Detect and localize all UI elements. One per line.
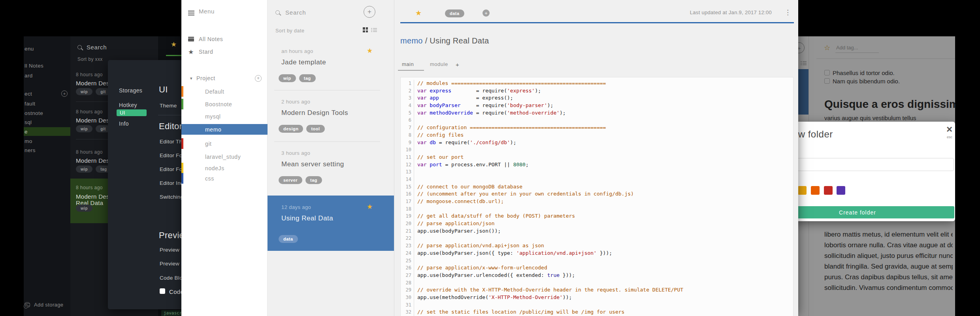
folder-color-swatch[interactable] [824, 186, 833, 195]
code-text: // (uncomment after you enter in your ow… [414, 190, 634, 198]
tab-main[interactable]: main [402, 61, 414, 67]
sidebar-item-starred[interactable]: ★ Stard [181, 46, 268, 57]
line-number: 6 [401, 117, 414, 124]
note-list-item[interactable]: 12 days ago★Using Real Datadata [268, 196, 394, 251]
note-tag-pill[interactable]: data [445, 9, 464, 17]
sidebar-folder-laravel_study[interactable]: laravel_study [181, 151, 268, 162]
sidebar-folder-nodejs[interactable]: nodeJs [181, 163, 268, 173]
tab-module[interactable]: module [430, 61, 448, 67]
star-icon[interactable]: ★ [367, 47, 373, 55]
tag-pill[interactable]: design [279, 125, 303, 133]
sidebar-folder-boostnote[interactable]: Boostnote [181, 99, 268, 109]
breadcrumb-folder[interactable]: memo [400, 36, 423, 45]
sort-dropdown[interactable]: Sort by date [275, 28, 304, 34]
search-icon [275, 10, 280, 15]
menu-button[interactable]: Menu [181, 6, 268, 17]
add-storage-button[interactable]: Add storage [24, 302, 64, 308]
code-text: // get all data/stuff of the body (POST)… [414, 213, 575, 220]
all-notes-label: All Notes [199, 36, 223, 42]
more-options-icon[interactable]: ⋮ [784, 8, 791, 17]
sidebar-folder-git[interactable]: git [181, 138, 268, 149]
hamburger-icon [188, 11, 194, 11]
settings-nav-info[interactable]: Info [119, 120, 129, 127]
code-token: db [430, 139, 436, 145]
dark-sidebar-item[interactable]: mo [24, 137, 32, 145]
checkbox[interactable] [160, 288, 165, 294]
settings-nav-hotkey[interactable]: Hotkey [119, 102, 137, 108]
dark-sidebar-item[interactable]: ard [24, 71, 33, 80]
line-number: 3 [401, 94, 414, 102]
tag-pill[interactable]: data [279, 235, 298, 243]
folder-color-swatch[interactable] [811, 186, 820, 195]
sidebar-folder-memo[interactable]: memo [181, 124, 268, 135]
settings-nav-ui[interactable]: UI [117, 109, 147, 116]
code-token: )); [563, 294, 572, 300]
app-sidebar: Menu All Notes ★ Stard ▾ Project + Defau… [181, 0, 268, 316]
dark-sidebar-item[interactable]: ll Notes [24, 61, 43, 70]
add-folder-button[interactable]: + [255, 75, 262, 82]
tag-pill[interactable]: server [279, 176, 302, 184]
line-number: 23 [401, 242, 414, 250]
dark-sidebar-item[interactable]: fault [24, 99, 36, 108]
dark-sort-label[interactable]: Sort by xxx [77, 56, 103, 62]
line-number: 9 [401, 139, 414, 147]
note-list-item[interactable]: an hours ago★Jade templatewiptag [268, 40, 394, 90]
code-token: // parse application/vnd.api+json as jso… [417, 243, 544, 248]
code-text [414, 235, 417, 242]
close-icon[interactable]: × [946, 124, 952, 134]
code-editor[interactable]: 1// modules ============================… [400, 77, 793, 316]
folder-color-swatch[interactable] [798, 186, 807, 195]
add-tag-button[interactable]: + [482, 9, 490, 17]
dark-search-input[interactable]: Search [77, 44, 107, 51]
note-time: 2 hours ago [281, 99, 310, 105]
line-number: 7 [401, 124, 414, 132]
sidebar-folder-default[interactable]: Default [181, 86, 268, 97]
code-line: 25 [401, 257, 793, 265]
note-list-item[interactable]: 3 hours agoMean server settingservertag [268, 141, 394, 196]
dark-sidebar-item[interactable]: sql [24, 118, 32, 126]
star-icon: ★ [188, 48, 194, 56]
grid-view-icon[interactable] [363, 27, 368, 32]
line-number: 27 [401, 272, 414, 279]
project-section-header[interactable]: ▾ Project + [181, 73, 268, 84]
code-line: 15// connect to our mongoDB database [401, 183, 793, 191]
tag-pill[interactable]: wip [279, 74, 296, 82]
sidebar-folder-css[interactable]: css [181, 173, 268, 184]
settings-nav-storages[interactable]: Storages [119, 87, 142, 94]
star-icon[interactable]: ★ [415, 9, 422, 17]
new-note-button[interactable]: + [364, 6, 375, 18]
code-token: port [430, 162, 442, 167]
star-icon[interactable]: ★ [367, 203, 373, 211]
code-text: app.use(methodOverride('X-HTTP-Method-Ov… [414, 294, 572, 301]
tag-pill[interactable]: wip [76, 166, 92, 173]
folder-color-strip [181, 99, 183, 109]
sidebar-item-all-notes[interactable]: All Notes [181, 34, 268, 45]
list-view-icon[interactable] [371, 28, 377, 32]
dark-sidebar-item[interactable]: e [24, 127, 70, 136]
note-list-panel: Search + Sort by date an hours ago★Jade … [268, 0, 394, 316]
dark-sidebar-item[interactable]: enu [24, 44, 34, 53]
code-text: var db = require('./config/db'); [414, 139, 516, 147]
tag-pill[interactable]: tag [299, 74, 316, 82]
new-tab-button[interactable]: + [456, 61, 459, 68]
code-line: 19// get all data/stuff of the body (POS… [401, 213, 793, 220]
sidebar-folder-mysql[interactable]: mysql [181, 111, 268, 122]
tag-pill[interactable]: tag [305, 176, 322, 184]
code-line: 13 [401, 168, 793, 176]
code-line: 3var app = express(); [401, 94, 793, 102]
dark-sidebar-item[interactable]: ostnote [24, 109, 43, 117]
code-token: // get all data/stuff of the body (POST)… [417, 213, 575, 219]
line-number: 10 [401, 146, 414, 154]
folder-color-swatch[interactable] [837, 186, 845, 195]
tag-pill[interactable]: tool [306, 125, 324, 133]
search-input[interactable]: Search [275, 9, 306, 16]
add-folder-button[interactable]: + [61, 90, 68, 97]
tag-pill[interactable]: wip [76, 205, 92, 212]
dark-sidebar-item[interactable]: ners [24, 146, 36, 154]
note-list-item[interactable]: 2 hours agoModern Design Toolsdesigntool [268, 90, 394, 141]
code-token: app [430, 95, 439, 101]
dark-sidebar-item[interactable]: ect [24, 89, 32, 98]
tag-pill[interactable]: wip [76, 88, 92, 95]
star-icon[interactable]: ★ [171, 40, 177, 49]
tag-pill[interactable]: wip [76, 125, 92, 132]
